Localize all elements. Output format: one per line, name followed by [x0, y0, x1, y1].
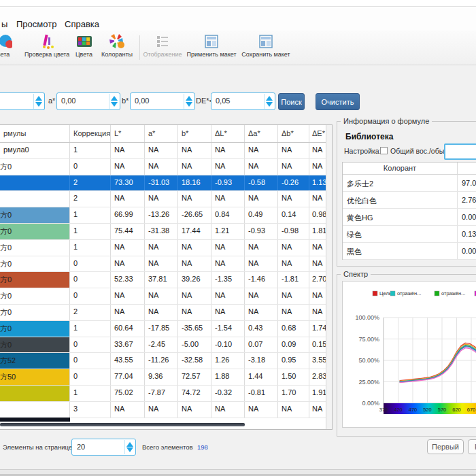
colorant-amount: 0.00 [458, 209, 476, 225]
table-row[interactable]: рмула01NANANANANANANA [0, 143, 332, 159]
spinner-up-down-icon[interactable] [264, 94, 274, 109]
value-cell: NA [278, 191, 309, 207]
value-cell: -0.58 [245, 175, 278, 191]
table-row[interactable]: 方0175.44-31.3817.441.21-0.93-0.981.81 [0, 224, 332, 240]
column-header[interactable]: ΔL* [211, 125, 245, 142]
table-row[interactable]: 2NANANANANANANA [0, 191, 332, 207]
table-row[interactable]: 方00NANANANANANANA [0, 256, 332, 273]
table-row[interactable]: 方00NANANANANANANA [0, 288, 332, 305]
colorant-amount: 0.00 [458, 243, 476, 259]
value-cell: 1.70 [278, 386, 309, 401]
horizontal-scrollbar[interactable] [0, 423, 245, 426]
toolbar-item-colorants[interactable]: Колоранты [99, 33, 135, 58]
partial-row-swatch [0, 418, 70, 422]
value-cell: -1.46 [245, 272, 278, 288]
value-cell: 1.91 [309, 386, 327, 401]
value-cell: NA [245, 159, 278, 175]
table-row[interactable]: 方50077.049.3672.571.881.441.502.83 [0, 369, 332, 386]
formula-name-cell: 方0 [0, 272, 70, 288]
spectrum-chart: 100.00%75.00%50.00%25.00%0.00%3704204705… [342, 281, 476, 428]
menu-item-view[interactable]: Просмотр [16, 19, 56, 29]
toolbar-item-save-layout[interactable]: Сохранить макет [241, 33, 291, 58]
a-input[interactable]: 0,00 [56, 92, 120, 110]
value-cell: NA [309, 402, 327, 418]
table-row[interactable]: 3NANANANANANANA [0, 402, 332, 418]
table-row[interactable]: 方02NANANANANANANA [0, 305, 332, 321]
value-cell: -11.26 [145, 353, 178, 369]
column-header[interactable]: Δa* [245, 125, 278, 142]
correction-cell: 0 [70, 353, 111, 369]
toolbar-item-colors-cut[interactable]: вета [0, 33, 18, 58]
colorant-name: 黄色HG [343, 209, 458, 225]
spectrum-title: Спектр [341, 270, 371, 278]
table-row[interactable]: 方01NANANANANANANA [0, 240, 332, 256]
value-cell: NA [278, 143, 309, 158]
per-page-spinner[interactable]: 20 [71, 439, 136, 456]
correction-cell: 1 [70, 207, 111, 223]
table-row[interactable]: 方0160.64-17.85-35.65-1.540.430.681.74 [0, 321, 332, 337]
value-cell: 1.21 [211, 224, 245, 239]
toolbar-item-display[interactable]: Отображение [143, 33, 182, 58]
colorant-row[interactable]: 优伦白色2.76 [343, 192, 476, 209]
table-row[interactable]: 方52043.55-11.26-32.581.26-3.180.953.55 [0, 353, 332, 369]
value-cell: 75.44 [111, 224, 145, 239]
menu-bar: ы Просмотр Справка [0, 7, 476, 31]
value-cell: -26.65 [178, 207, 211, 223]
table-row[interactable]: 方0033.67-2.45-5.00-0.100.070.090.15 [0, 337, 332, 354]
vertical-scrollbar[interactable] [326, 125, 332, 429]
table-row[interactable]: 273.30-31.0318.16-0.93-0.58-0.261.13 [0, 175, 332, 192]
colorant-row[interactable]: 绿色0.13 [343, 226, 476, 243]
spinner-up-down-icon[interactable] [109, 94, 119, 109]
colorant-row[interactable]: 多乐士297.0 [343, 175, 476, 192]
table-row[interactable]: 方0166.99-13.26-26.650.840.490.140.98 [0, 207, 332, 224]
toolbar-item-color-check[interactable]: Проверка цвета [24, 33, 69, 58]
correction-cell: 2 [70, 191, 111, 207]
formula-name-cell: 方0 [0, 256, 70, 272]
table-row[interactable]: 方0052.3337.8139.26-1.35-1.46-1.812.70 [0, 272, 332, 288]
spinner-up-down-icon[interactable] [184, 94, 194, 109]
value-cell: NA [145, 143, 178, 158]
column-header[interactable]: Δb* [278, 125, 309, 142]
table-row[interactable]: 175.02-7.8774.72-0.32-0.811.701.91 [0, 386, 332, 402]
menu-item-cut[interactable]: ы [1, 19, 7, 29]
search-name-input[interactable] [0, 92, 45, 110]
toolbar-item-apply-layout[interactable]: Применить макет [186, 33, 237, 58]
colorant-row[interactable]: 黄色HG0.00 [343, 209, 476, 226]
table-row[interactable]: 方00NANANANANANANA [0, 159, 332, 175]
colorant-row[interactable]: 黑色0.00 [343, 243, 476, 260]
settings-input[interactable] [444, 143, 476, 160]
value-cell: 39.26 [178, 272, 211, 288]
spinner-up-down-icon[interactable] [33, 94, 44, 109]
color-check-icon [38, 33, 56, 50]
menu-item-help[interactable]: Справка [65, 19, 99, 29]
column-header[interactable]: рмулы [0, 125, 70, 142]
clear-button[interactable]: Очистить [316, 93, 360, 110]
column-header[interactable]: L* [111, 125, 145, 142]
first-page-button[interactable]: Первый [427, 439, 464, 454]
value-cell: -31.38 [145, 224, 178, 239]
svg-text:370: 370 [379, 407, 388, 413]
value-cell: -1.54 [211, 321, 245, 337]
b-input[interactable]: 0,00 [130, 92, 195, 110]
settings-checkbox[interactable] [380, 147, 388, 154]
next-page-button[interactable]: Н [468, 439, 476, 454]
value-cell: NA [211, 402, 245, 418]
column-header[interactable]: a* [145, 125, 178, 142]
spinner-up-down-icon[interactable] [124, 440, 135, 454]
formula-name-cell: 方0 [0, 305, 70, 320]
colors-folder-icon [75, 33, 93, 50]
formula-name-cell [0, 386, 70, 401]
toolbar-item-colors[interactable]: Цвета [73, 33, 95, 58]
column-header[interactable]: ΔE* [309, 125, 327, 142]
formula-name-cell [0, 175, 70, 191]
value-cell: 1.81 [309, 224, 327, 239]
column-header[interactable]: Коррекция [70, 125, 111, 142]
formula-info-title: Информация о формуле [341, 117, 432, 125]
settings-checkbox-label: Общий вос./обын [390, 147, 444, 155]
value-cell: NA [278, 240, 309, 256]
search-button[interactable]: Поиск [278, 93, 305, 110]
column-header[interactable]: b* [178, 125, 211, 142]
svg-text:570: 570 [438, 407, 447, 413]
value-cell: -0.93 [211, 175, 245, 191]
de-input[interactable]: 0,05 [211, 92, 275, 110]
